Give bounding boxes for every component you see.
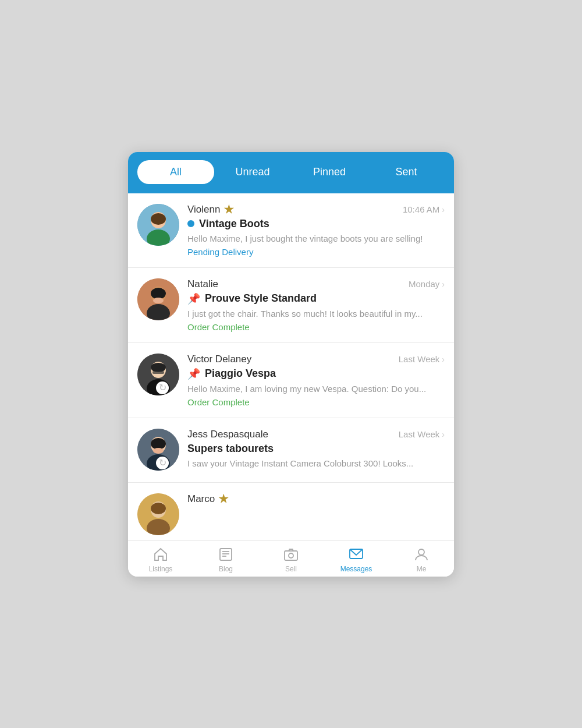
status-label: Pending Delivery [187,247,445,257]
reply-indicator-icon: ↻ [156,457,169,469]
message-header: Marco [187,493,445,505]
sender-name: Violenn [187,204,234,215]
message-list: Violenn 10:46 AM › Vintage Boots Hello M… [128,193,454,540]
nav-blog-label: Blog [219,565,233,573]
message-content: Natalie Monday › 📌 Prouve Style Standard… [187,278,445,332]
sender-name: Jess Despasquale [187,429,268,440]
message-time: Monday › [409,279,445,289]
message-icon [348,546,364,563]
phone-frame: All Unread Pinned Sent Violenn [128,152,454,577]
message-preview: Hello Maxime, I am loving my new Vespa. … [187,383,445,395]
pin-icon: 📌 [187,367,200,380]
verified-badge-icon [223,204,234,215]
tab-header: All Unread Pinned Sent [128,152,454,193]
nav-me-label: Me [417,565,427,573]
camera-icon [283,546,299,563]
message-item-partial[interactable]: Marco [128,483,454,540]
svg-point-12 [151,363,166,372]
verified-badge-icon [218,494,229,504]
svg-point-28 [289,553,293,558]
message-content: Jess Despasquale Last Week › Supers tabo… [187,429,445,472]
svg-rect-23 [220,549,232,560]
person-icon [413,546,430,563]
avatar [137,493,179,535]
home-icon [152,546,169,563]
message-item[interactable]: ↻ Jess Despasquale Last Week › Supers ta… [128,418,454,483]
message-subject: Piaggio Vespa [205,367,276,380]
message-time: Last Week › [399,354,445,364]
tab-unread[interactable]: Unread [214,160,291,184]
message-preview: I saw your Vintage Instant Camera Colobu… [187,457,445,469]
nav-sell-label: Sell [285,565,297,573]
nav-messages[interactable]: Messages [324,546,389,573]
message-content: Marco [187,493,445,507]
message-item[interactable]: Natalie Monday › 📌 Prouve Style Standard… [128,268,454,343]
nav-sell[interactable]: Sell [258,546,324,573]
nav-messages-label: Messages [340,565,372,573]
message-preview: Hello Maxime, I just bought the vintage … [187,232,445,245]
nav-blog[interactable]: Blog [193,546,258,573]
message-time: Last Week › [399,429,445,439]
svg-point-22 [151,503,166,514]
pin-icon: 📌 [187,292,200,305]
message-content: Violenn 10:46 AM › Vintage Boots Hello M… [187,204,445,257]
message-item[interactable]: Violenn 10:46 AM › Vintage Boots Hello M… [128,193,454,268]
sender-name: Victor Delaney [187,354,251,365]
svg-rect-13 [152,371,164,374]
chevron-icon: › [442,205,445,214]
message-subject-row: 📌 Prouve Style Standard [187,292,445,305]
message-subject-row: Vintage Boots [187,218,445,230]
nav-me[interactable]: Me [389,546,454,573]
nav-listings-label: Listings [149,565,173,573]
message-content: Victor Delaney Last Week › 📌 Piaggio Ves… [187,354,445,407]
nav-listings[interactable]: Listings [128,546,193,573]
message-time: 10:46 AM › [403,204,445,214]
chevron-icon: › [442,430,445,439]
blog-icon [218,546,234,563]
message-header: Violenn 10:46 AM › [187,204,445,215]
chevron-icon: › [442,355,445,364]
svg-rect-27 [285,551,297,560]
chevron-icon: › [442,280,445,289]
sender-name: Marco [187,493,229,505]
message-header: Natalie Monday › [187,278,445,290]
message-item[interactable]: ↻ Victor Delaney Last Week › 📌 Piaggio V… [128,343,454,418]
sender-name: Natalie [187,278,218,290]
avatar [137,204,179,246]
message-header: Victor Delaney Last Week › [187,354,445,365]
svg-point-18 [153,448,164,454]
tab-sent[interactable]: Sent [368,160,445,184]
reply-indicator-icon: ↻ [156,381,169,394]
message-preview: I just got the chair. Thanks so much! It… [187,308,445,320]
message-subject: Supers tabourets [187,443,274,455]
message-subject-row: Supers tabourets [187,443,445,455]
svg-point-8 [153,298,164,303]
status-label: Order Complete [187,397,445,407]
unread-dot-icon [187,220,194,227]
message-subject: Vintage Boots [199,218,269,230]
svg-point-3 [151,213,166,225]
svg-point-30 [418,549,424,555]
message-header: Jess Despasquale Last Week › [187,429,445,440]
tab-pinned[interactable]: Pinned [291,160,368,184]
bottom-nav: Listings Blog Sell [128,540,454,577]
message-subject: Prouve Style Standard [205,292,317,305]
message-subject-row: 📌 Piaggio Vespa [187,367,445,380]
avatar [137,278,179,320]
status-label: Order Complete [187,322,445,332]
tab-all[interactable]: All [137,160,214,184]
